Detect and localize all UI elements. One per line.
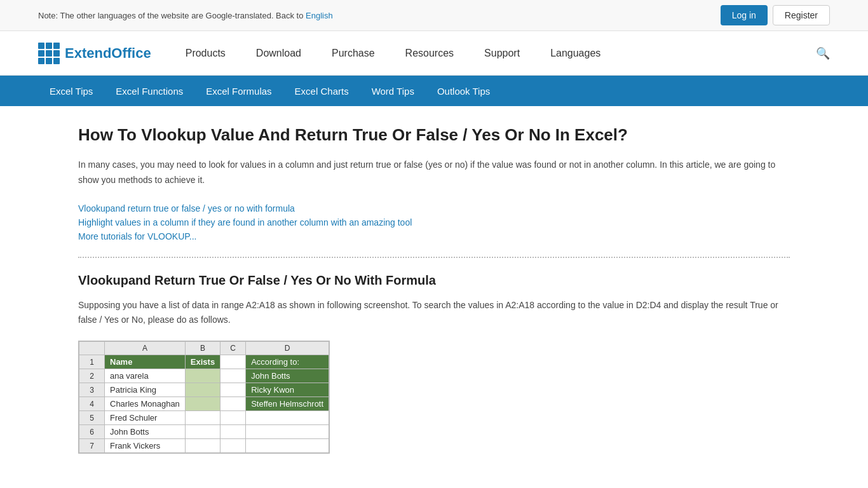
row-num-5: 5 [79,411,105,425]
table-row: 5 Fred Schuler [79,411,329,425]
cell-A2: ana varela [105,369,186,383]
cell-C7 [220,439,246,453]
cell-C2 [220,369,246,383]
row-num-4: 4 [79,397,105,411]
nav-purchase[interactable]: Purchase [316,31,390,76]
notice-text: Note: The other languages of the website… [38,11,333,20]
link-more-tutorials[interactable]: More tutorials for VLOOKUP... [78,231,790,241]
col-C: C [220,342,246,355]
register-button[interactable]: Register [773,5,830,25]
cell-D4: Steffen Helmschrott [246,397,329,411]
cell-A5: Fred Schuler [105,411,186,425]
subnav-excel-tips[interactable]: Excel Tips [38,76,104,106]
row-num-3: 3 [79,383,105,397]
main-content: How To Vlookup Value And Return True Or … [40,106,828,475]
subnav-word-tips[interactable]: Word Tips [360,76,426,106]
auth-actions: Log in Register [721,5,830,25]
table-row: 4 Charles Monaghan Steffen Helmschrott [79,397,329,411]
cell-A7: Frank Vickers [105,439,186,453]
cell-C4 [220,397,246,411]
cell-D5 [246,411,329,425]
article-intro: In many cases, you may need to look for … [78,158,790,188]
subnav-excel-formulas[interactable]: Excel Formulas [194,76,283,106]
link-highlight[interactable]: Highlight values in a column if they are… [78,217,790,227]
nav-links: Products Download Purchase Resources Sup… [170,31,816,76]
cell-A3: Patricia King [105,383,186,397]
subnav-outlook-tips[interactable]: Outlook Tips [426,76,501,106]
cell-B6 [185,425,220,439]
logo-text: ExtendOffice [65,45,151,62]
table-row: 3 Patricia King Ricky Kwon [79,383,329,397]
row-num-1: 1 [79,355,105,369]
sub-nav: Excel Tips Excel Functions Excel Formula… [0,76,868,106]
nav-languages[interactable]: Languages [535,31,616,76]
spreadsheet-table: A B C D 1 Name Exists According to: 2 an… [79,341,329,453]
section1-text: Supposing you have a list of data in ran… [78,298,790,329]
cell-B3 [185,383,220,397]
col-A: A [105,342,186,355]
cell-B7 [185,439,220,453]
table-row: 1 Name Exists According to: [79,355,329,369]
col-B: B [185,342,220,355]
row-num-2: 2 [79,369,105,383]
nav-download[interactable]: Download [241,31,316,76]
cell-C6 [220,425,246,439]
notice-bar: Note: The other languages of the website… [0,0,868,31]
cell-D7 [246,439,329,453]
corner-cell [79,342,105,355]
cell-D1: According to: [246,355,329,369]
login-button[interactable]: Log in [721,5,768,25]
cell-A1: Name [105,355,186,369]
logo[interactable]: ExtendOffice [38,43,151,64]
cell-D6 [246,425,329,439]
logo-grid-icon [38,43,60,64]
nav-support[interactable]: Support [469,31,535,76]
cell-D2: John Botts [246,369,329,383]
english-link[interactable]: English [306,11,333,20]
row-num-7: 7 [79,439,105,453]
col-D: D [246,342,329,355]
subnav-excel-charts[interactable]: Excel Charts [283,76,360,106]
nav-products[interactable]: Products [170,31,241,76]
cell-C5 [220,411,246,425]
article-links: Vlookupand return true or false / yes or… [78,203,790,241]
section1-title: Vlookupand Return True Or False / Yes Or… [78,273,790,288]
cell-A6: John Botts [105,425,186,439]
row-num-6: 6 [79,425,105,439]
cell-B1: Exists [185,355,220,369]
cell-B2 [185,369,220,383]
cell-C1 [220,355,246,369]
table-row: 7 Frank Vickers [79,439,329,453]
link-formula[interactable]: Vlookupand return true or false / yes or… [78,203,790,214]
cell-B4 [185,397,220,411]
main-nav: ExtendOffice Products Download Purchase … [0,31,868,76]
subnav-excel-functions[interactable]: Excel Functions [104,76,194,106]
nav-resources[interactable]: Resources [390,31,469,76]
search-icon[interactable]: 🔍 [816,46,830,60]
table-row: 6 John Botts [79,425,329,439]
cell-B5 [185,411,220,425]
section-divider [78,257,790,258]
cell-D3: Ricky Kwon [246,383,329,397]
table-row: 2 ana varela John Botts [79,369,329,383]
col-header-row: A B C D [79,342,329,355]
cell-C3 [220,383,246,397]
cell-A4: Charles Monaghan [105,397,186,411]
spreadsheet: A B C D 1 Name Exists According to: 2 an… [78,341,330,454]
article-title: How To Vlookup Value And Return True Or … [78,125,790,145]
